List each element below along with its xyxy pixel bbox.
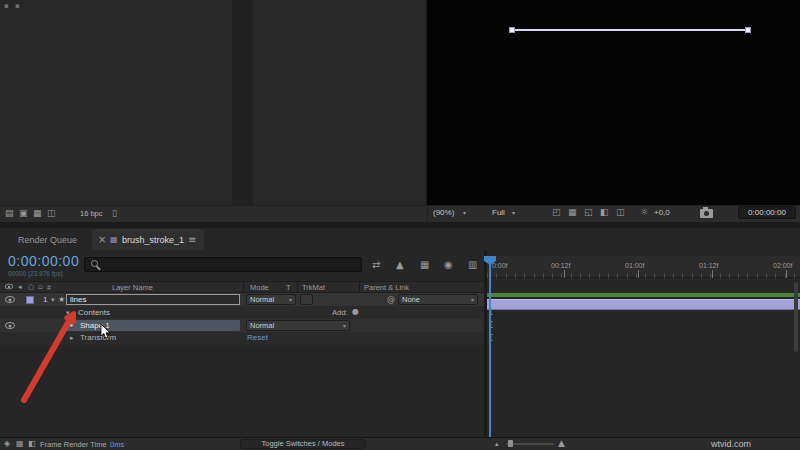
status-icon-flow[interactable]: ◧ (28, 440, 36, 448)
lock-column-icon: ▫ (38, 284, 43, 291)
project-panel (0, 0, 233, 205)
tab-render-queue[interactable]: Render Queue (18, 236, 77, 245)
timeline-scrollbar[interactable] (794, 282, 798, 352)
column-parent-link[interactable]: Parent & Link (364, 284, 409, 292)
blend-mode-dropdown[interactable]: Normal▾ (246, 294, 296, 305)
timeline-zoom-handle[interactable] (508, 440, 513, 447)
after-effects-window: ▪ ▪ ▤ ▣ ▦ ◫ 16 bpc ▯ (90%) ▾ Full ▾ ◰ ▦ … (0, 0, 800, 450)
timeline-graph-area (487, 250, 800, 437)
frame-count-fps: 00000 (23.976 fps) (8, 271, 63, 278)
mini-flowchart-icon[interactable]: ⇄ (372, 260, 380, 270)
column-t[interactable]: T (286, 284, 291, 292)
new-composition-icon[interactable]: ▦ (33, 209, 42, 218)
rendered-frames-bar (487, 293, 800, 298)
panel-menu-icon[interactable]: ≡ (188, 235, 196, 245)
status-icon-network[interactable]: ◈ (4, 440, 10, 448)
ruler-tick-label: 01:12f (699, 262, 718, 269)
magnification-dropdown[interactable]: (90%) (433, 209, 454, 217)
panel-gutter (233, 0, 253, 205)
snapshot-camera-icon[interactable] (700, 209, 713, 218)
draft-3d-icon[interactable]: ▲ (396, 260, 404, 270)
trash-icon[interactable]: ▯ (112, 209, 117, 218)
frame-render-time-label: Frame Render Time (40, 441, 107, 449)
column-trkmat[interactable]: TrkMat (302, 284, 325, 292)
path-endpoint-handle[interactable] (745, 27, 751, 33)
reset-link[interactable]: Reset (247, 334, 268, 342)
motion-blur-icon[interactable]: ▥ (468, 260, 477, 270)
toggle-switches-modes-button[interactable]: Toggle Switches / Modes (240, 439, 366, 449)
mouse-cursor (100, 324, 112, 340)
ruler-tick-label: 02:00f (773, 262, 792, 269)
search-icon (91, 260, 98, 267)
audio-column-icon: ◂ (18, 284, 22, 291)
column-index: # (47, 284, 51, 291)
ruler-tick-label: 00:12f (551, 262, 570, 269)
panel-corner-icon[interactable]: ▪ (15, 3, 20, 10)
project-settings-icon[interactable]: ◫ (47, 209, 56, 218)
exposure-icon[interactable]: ☼ (640, 208, 648, 217)
watermark: wtvid.com (711, 440, 751, 449)
mask-visibility-icon[interactable]: ▦ (568, 208, 577, 217)
current-timecode[interactable]: 0:00:00:00 (8, 254, 79, 268)
path-endpoint-handle[interactable] (509, 27, 515, 33)
ruler-tick-label: 01:00f (625, 262, 644, 269)
chevron-down-icon: ▾ (471, 297, 474, 303)
grid-options-icon[interactable]: ◰ (552, 208, 561, 217)
ruler-minor-ticks (487, 273, 800, 278)
shape-blend-mode-dropdown[interactable]: Normal▾ (246, 320, 350, 331)
add-property-button[interactable]: ● (352, 308, 359, 316)
ruler-tick-label: 0:00f (492, 262, 508, 269)
frame-blend-icon[interactable]: ◉ (444, 260, 453, 270)
video-column-icon (5, 284, 13, 290)
red-annotation-arrow (8, 300, 98, 408)
chevron-down-icon: ▾ (289, 297, 292, 303)
resolution-dropdown[interactable]: Full (492, 209, 505, 217)
effects-panel (253, 0, 427, 205)
color-depth-button[interactable]: 16 bpc (80, 210, 103, 218)
transparency-grid-icon[interactable]: ◧ (600, 208, 609, 217)
search-input[interactable] (84, 257, 362, 272)
pickwhip-icon[interactable]: @ (387, 296, 395, 304)
timeline-zoom-slider[interactable] (506, 443, 554, 445)
viewer-timecode[interactable]: 0:00:00:00 (738, 206, 796, 219)
column-layer-name[interactable]: Layer Name (112, 284, 153, 292)
zoom-in-mountain-icon[interactable]: ▲ (558, 439, 565, 448)
region-of-interest-icon[interactable]: ◱ (584, 208, 593, 217)
layer-duration-bar[interactable] (487, 299, 800, 310)
panel-corner-icon[interactable]: ▪ (4, 3, 9, 10)
chevron-down-icon: ▾ (463, 210, 466, 216)
playhead-line[interactable] (489, 256, 491, 437)
chevron-down-icon: ▾ (512, 210, 515, 216)
zoom-out-mountain-icon[interactable]: ▴ (495, 441, 499, 448)
trkmat-box[interactable] (300, 294, 313, 305)
tab-composition-label[interactable]: brush_stroke_1 (122, 236, 184, 245)
column-mode[interactable]: Mode (250, 284, 269, 292)
project-panel-toolbar (0, 205, 427, 222)
frame-render-time-value: 0ms (110, 441, 124, 449)
parent-dropdown[interactable]: None▾ (398, 294, 478, 305)
solo-column-icon: ○ (28, 284, 34, 291)
composition-viewer[interactable] (427, 0, 800, 205)
composition-icon: ▦ (110, 236, 118, 244)
tab-close-icon[interactable]: × (98, 235, 106, 245)
shape-path-line[interactable] (512, 29, 748, 31)
interpret-footage-icon[interactable]: ▤ (5, 209, 14, 218)
fast-previews-icon[interactable]: ◫ (616, 208, 625, 217)
hide-shy-icon[interactable]: ▦ (420, 260, 429, 270)
new-folder-icon[interactable]: ▣ (19, 209, 28, 218)
status-icon-storage[interactable]: ▦ (16, 440, 24, 448)
chevron-down-icon: ▾ (343, 323, 346, 329)
add-label: Add: (332, 309, 347, 317)
exposure-value[interactable]: +0,0 (654, 209, 670, 217)
